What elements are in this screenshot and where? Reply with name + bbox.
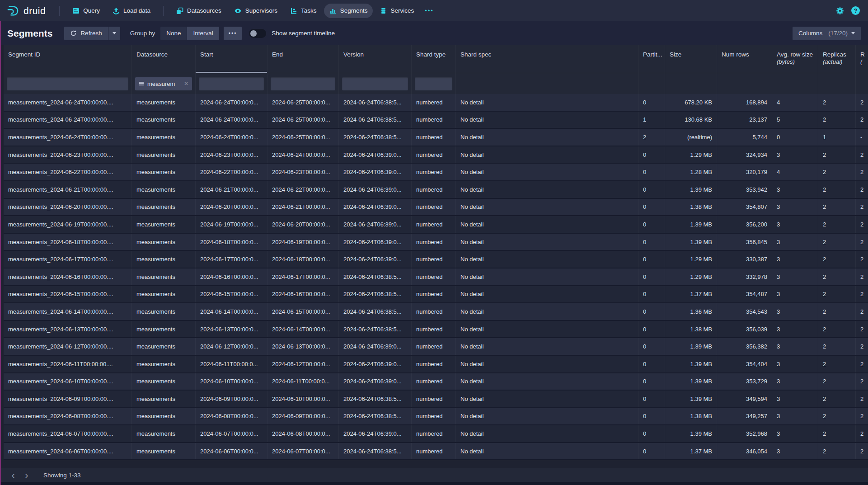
cell-segment-id[interactable]: measurements_2024-06-09T00:00:00.... bbox=[4, 391, 132, 407]
table-row[interactable]: measurements_2024-06-14T00:00:00....meas… bbox=[4, 303, 868, 321]
cell-partition[interactable]: 0 bbox=[638, 251, 665, 268]
cell-num-rows[interactable]: 332,978 bbox=[717, 268, 772, 285]
cell-size[interactable]: 1.38 MB bbox=[665, 408, 717, 425]
cell-partition[interactable]: 0 bbox=[638, 408, 665, 425]
column-header-version[interactable]: Version bbox=[339, 45, 412, 73]
table-row[interactable]: measurements_2024-06-21T00:00:00....meas… bbox=[4, 181, 868, 199]
cell-num-rows[interactable]: 349,257 bbox=[717, 408, 772, 425]
nav-item-load-data[interactable]: Load data bbox=[107, 4, 156, 18]
cell-datasource[interactable]: measurements bbox=[132, 146, 196, 163]
cell-num-rows[interactable]: 5,744 bbox=[717, 129, 772, 146]
cell-replicas[interactable]: 2 bbox=[818, 112, 856, 128]
cell-size[interactable]: 1.29 MB bbox=[665, 251, 717, 268]
next-page-button[interactable]: › bbox=[20, 469, 33, 481]
cell-shard-spec[interactable]: No detail bbox=[456, 443, 638, 460]
cell-datasource[interactable]: measurements bbox=[132, 408, 196, 425]
cell-replicas[interactable]: 2 bbox=[818, 199, 856, 216]
cell-end[interactable]: 2024-06-22T00:00:0... bbox=[267, 181, 339, 198]
cell-start[interactable]: 2024-06-24T00:00:0... bbox=[196, 112, 267, 128]
cell-avg-row-size[interactable]: 3 bbox=[772, 146, 818, 163]
cell-partition[interactable]: 0 bbox=[638, 425, 665, 442]
cell-avg-row-size[interactable]: 3 bbox=[772, 303, 818, 320]
cell-end[interactable]: 2024-06-15T00:00:0... bbox=[267, 303, 339, 320]
cell-replication-factor[interactable]: 2 bbox=[856, 112, 868, 128]
cell-start[interactable]: 2024-06-11T00:00:0... bbox=[196, 356, 267, 372]
cell-segment-id[interactable]: measurements_2024-06-24T00:00:00.... bbox=[4, 112, 132, 128]
cell-shard-spec[interactable]: No detail bbox=[456, 286, 638, 303]
settings-gear-icon[interactable] bbox=[836, 7, 844, 15]
cell-datasource[interactable]: measurements bbox=[132, 356, 196, 372]
cell-segment-id[interactable]: measurements_2024-06-19T00:00:00.... bbox=[4, 216, 132, 233]
nav-item-query[interactable]: Query bbox=[67, 4, 105, 18]
cell-partition[interactable]: 0 bbox=[638, 391, 665, 407]
cell-replication-factor[interactable]: 2 bbox=[856, 391, 868, 407]
cell-partition[interactable]: 0 bbox=[638, 146, 665, 163]
cell-replicas[interactable]: 2 bbox=[818, 338, 856, 355]
column-header-start[interactable]: Start bbox=[196, 45, 267, 73]
cell-version[interactable]: 2024-06-24T06:38:5... bbox=[339, 94, 412, 111]
refresh-interval-dropdown[interactable] bbox=[108, 27, 120, 40]
cell-end[interactable]: 2024-06-18T00:00:0... bbox=[267, 251, 339, 268]
cell-datasource[interactable]: measurements bbox=[132, 112, 196, 128]
cell-num-rows[interactable]: 23,137 bbox=[717, 112, 772, 128]
cell-size[interactable]: 1.39 MB bbox=[665, 338, 717, 355]
cell-num-rows[interactable]: 353,942 bbox=[717, 181, 772, 198]
cell-replication-factor[interactable]: 2 bbox=[856, 356, 868, 372]
cell-shard-type[interactable]: numbered bbox=[412, 94, 456, 111]
horizontal-scrollbar[interactable] bbox=[0, 482, 868, 485]
cell-replicas[interactable]: 2 bbox=[818, 216, 856, 233]
cell-version[interactable]: 2024-06-24T06:38:5... bbox=[339, 408, 412, 425]
table-row[interactable]: measurements_2024-06-23T00:00:00....meas… bbox=[4, 146, 868, 164]
cell-replication-factor[interactable]: 2 bbox=[856, 234, 868, 250]
cell-replication-factor[interactable]: 2 bbox=[856, 251, 868, 268]
cell-end[interactable]: 2024-06-14T00:00:0... bbox=[267, 321, 339, 338]
cell-avg-row-size[interactable]: 0 bbox=[772, 129, 818, 146]
cell-shard-type[interactable]: numbered bbox=[412, 391, 456, 407]
cell-partition[interactable]: 1 bbox=[638, 112, 665, 128]
cell-end[interactable]: 2024-06-25T00:00:0... bbox=[267, 112, 339, 128]
cell-size[interactable]: (realtime) bbox=[665, 129, 717, 146]
cell-shard-type[interactable]: numbered bbox=[412, 268, 456, 285]
cell-shard-type[interactable]: numbered bbox=[412, 373, 456, 390]
cell-version[interactable]: 2024-06-24T06:39:0... bbox=[339, 181, 412, 198]
cell-avg-row-size[interactable]: 3 bbox=[772, 425, 818, 442]
cell-size[interactable]: 1.39 MB bbox=[665, 391, 717, 407]
cell-partition[interactable]: 2 bbox=[638, 129, 665, 146]
cell-replicas[interactable]: 2 bbox=[818, 356, 856, 372]
cell-num-rows[interactable]: 353,729 bbox=[717, 373, 772, 390]
cell-shard-spec[interactable]: No detail bbox=[456, 112, 638, 128]
cell-start[interactable]: 2024-06-20T00:00:0... bbox=[196, 199, 267, 216]
cell-shard-spec[interactable]: No detail bbox=[456, 391, 638, 407]
cell-partition[interactable]: 0 bbox=[638, 216, 665, 233]
cell-avg-row-size[interactable]: 3 bbox=[772, 199, 818, 216]
cell-datasource[interactable]: measurements bbox=[132, 181, 196, 198]
cell-avg-row-size[interactable]: 3 bbox=[772, 338, 818, 355]
cell-start[interactable]: 2024-06-09T00:00:0... bbox=[196, 391, 267, 407]
cell-replication-factor[interactable]: 2 bbox=[856, 338, 868, 355]
cell-avg-row-size[interactable]: 3 bbox=[772, 408, 818, 425]
cell-segment-id[interactable]: measurements_2024-06-08T00:00:00.... bbox=[4, 408, 132, 425]
cell-avg-row-size[interactable]: 3 bbox=[772, 373, 818, 390]
cell-end[interactable]: 2024-06-08T00:00:0... bbox=[267, 425, 339, 442]
cell-datasource[interactable]: measurements bbox=[132, 268, 196, 285]
table-row[interactable]: measurements_2024-06-22T00:00:00....meas… bbox=[4, 164, 868, 181]
cell-end[interactable]: 2024-06-25T00:00:0... bbox=[267, 94, 339, 111]
druid-brand[interactable]: druid bbox=[6, 5, 46, 17]
cell-replication-factor[interactable]: - bbox=[856, 129, 868, 146]
cell-replication-factor[interactable]: 2 bbox=[856, 164, 868, 180]
cell-avg-row-size[interactable]: 4 bbox=[772, 164, 818, 180]
table-row[interactable]: measurements_2024-06-24T00:00:00....meas… bbox=[4, 94, 868, 112]
cell-start[interactable]: 2024-06-14T00:00:0... bbox=[196, 303, 267, 320]
cell-segment-id[interactable]: measurements_2024-06-07T00:00:00.... bbox=[4, 425, 132, 442]
cell-partition[interactable]: 0 bbox=[638, 373, 665, 390]
cell-segment-id[interactable]: measurements_2024-06-12T00:00:00.... bbox=[4, 338, 132, 355]
cell-partition[interactable]: 0 bbox=[638, 94, 665, 111]
cell-num-rows[interactable]: 352,968 bbox=[717, 425, 772, 442]
cell-shard-type[interactable]: numbered bbox=[412, 181, 456, 198]
cell-shard-spec[interactable]: No detail bbox=[456, 425, 638, 442]
cell-num-rows[interactable]: 356,200 bbox=[717, 216, 772, 233]
cell-size[interactable]: 1.38 MB bbox=[665, 321, 717, 338]
cell-size[interactable]: 1.39 MB bbox=[665, 373, 717, 390]
cell-version[interactable]: 2024-06-24T06:38:5... bbox=[339, 391, 412, 407]
cell-segment-id[interactable]: measurements_2024-06-16T00:00:00.... bbox=[4, 268, 132, 285]
